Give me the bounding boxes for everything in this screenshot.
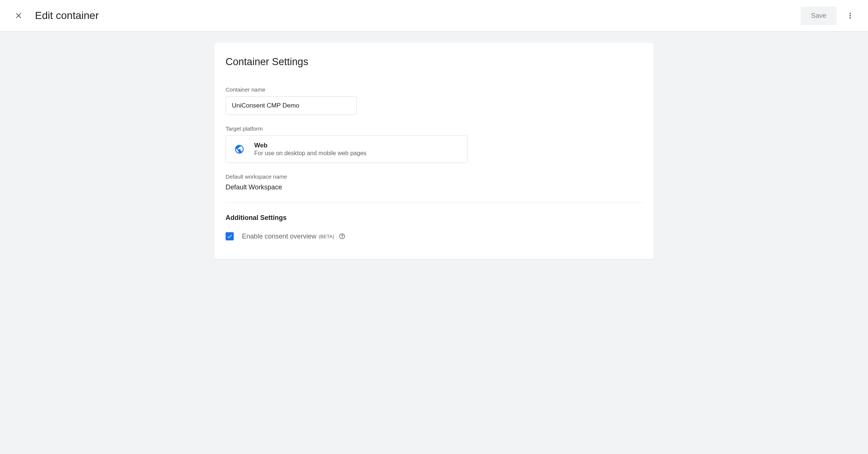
consent-overview-checkbox[interactable] — [226, 232, 234, 240]
target-platform-label: Target platform — [226, 125, 642, 132]
header-actions: Save — [801, 7, 858, 25]
page-title: Edit container — [35, 10, 99, 22]
check-icon — [227, 233, 233, 239]
workspace-section: Default workspace name Default Workspace — [226, 173, 642, 191]
divider — [226, 202, 642, 203]
container-name-input[interactable] — [226, 96, 357, 115]
help-icon — [339, 233, 345, 240]
close-button[interactable] — [11, 8, 26, 23]
platform-text: Web For use on desktop and mobile web pa… — [254, 142, 367, 157]
container-name-label: Container name — [226, 86, 642, 93]
workspace-label: Default workspace name — [226, 173, 642, 180]
card-title: Container Settings — [226, 56, 642, 68]
more-vert-icon — [846, 11, 855, 20]
target-platform-section: Target platform Web For use on desktop a… — [226, 125, 642, 163]
platform-name: Web — [254, 142, 367, 149]
consent-overview-label: Enable consent overview (BETA) — [242, 233, 345, 240]
additional-settings-title: Additional Settings — [226, 214, 642, 222]
consent-overview-row: Enable consent overview (BETA) — [226, 232, 642, 240]
workspace-value: Default Workspace — [226, 183, 642, 191]
help-button[interactable] — [339, 233, 345, 240]
content-area: Container Settings Container name Target… — [0, 32, 868, 270]
save-button[interactable]: Save — [801, 7, 837, 25]
platform-card[interactable]: Web For use on desktop and mobile web pa… — [226, 135, 467, 163]
more-options-button[interactable] — [843, 8, 858, 23]
close-icon — [14, 11, 23, 20]
web-icon — [233, 143, 245, 155]
header: Edit container Save — [0, 0, 868, 32]
platform-description: For use on desktop and mobile web pages — [254, 150, 367, 157]
beta-badge: (BETA) — [319, 234, 334, 239]
consent-overview-text: Enable consent overview — [242, 233, 316, 240]
container-name-section: Container name — [226, 86, 642, 115]
settings-card: Container Settings Container name Target… — [214, 43, 654, 259]
